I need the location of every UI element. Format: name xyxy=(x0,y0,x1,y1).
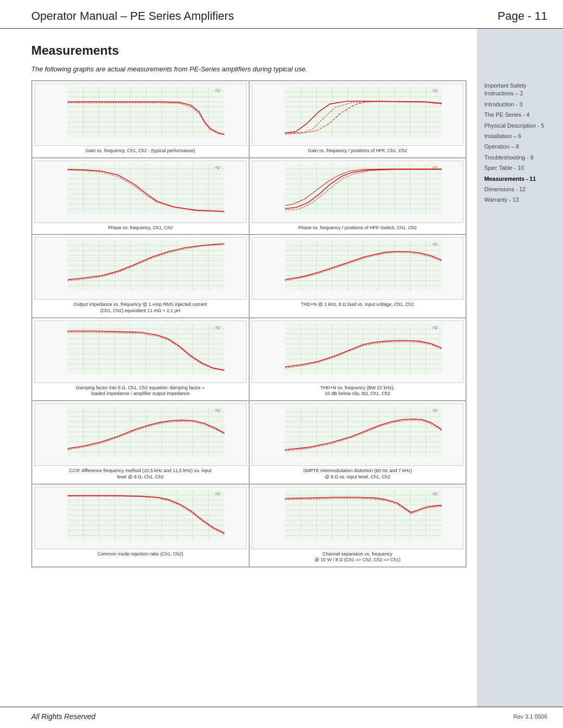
content-area: Measurements The following graphs are ac… xyxy=(0,29,477,707)
intro-text: The following graphs are actual measurem… xyxy=(31,65,467,73)
graph-image-7: Ap xyxy=(34,320,247,383)
header-page: Page - 11 xyxy=(498,9,547,23)
svg-text:Ap: Ap xyxy=(214,491,221,496)
graph-caption-4: Phase vs. frequency / positions of HPF-S… xyxy=(298,225,417,231)
graph-image-4: Ap xyxy=(252,161,464,223)
sidebar-item-measurements[interactable]: Measurements - 11 xyxy=(482,174,558,184)
graph-image-3: Ap xyxy=(34,161,247,223)
graph-caption-12: Channel separation vs. frequency @ 10 W … xyxy=(314,551,400,563)
sidebar-item-spec-table[interactable]: Spec Table - 10 xyxy=(482,163,558,173)
graph-caption-6: THD+N @ 1 kHz, 8 Ω load vs. input voltag… xyxy=(301,302,414,308)
sidebar-item-physical[interactable]: Physical Description - 5 xyxy=(482,121,558,131)
sidebar-item-dimensions[interactable]: Dimensions - 12 xyxy=(482,184,558,194)
graph-image-6: Ap xyxy=(252,237,464,300)
graph-image-5 xyxy=(34,237,247,300)
sidebar-item-introduction[interactable]: Introduction - 3 xyxy=(482,100,558,109)
graph-image-11: Ap xyxy=(34,487,247,549)
graph-image-9: Ap xyxy=(34,403,247,466)
graph-cell-4: Ap Phase vs. frequency / positions of HP… xyxy=(249,158,467,235)
svg-text:Ap: Ap xyxy=(214,325,221,330)
svg-text:Ap: Ap xyxy=(431,165,437,170)
graph-caption-2: Gain vs. frequency / positions of HPF, C… xyxy=(308,148,407,154)
graph-image-12: Ap xyxy=(252,487,464,549)
graphs-grid: Ap Gain vs. frequency, Ch1, Ch2 - (typic… xyxy=(31,80,467,567)
graph-image-8: Ap xyxy=(252,320,464,383)
svg-text:Ap: Ap xyxy=(431,241,437,246)
page-footer: All Rights Reserved Rev 3.1 0506 xyxy=(0,707,563,728)
sidebar-item-troubleshooting[interactable]: Troubleshooting - 9 xyxy=(482,153,558,163)
sidebar-item-pe-series[interactable]: The PE Series - 4 xyxy=(482,110,558,120)
header-title: Operator Manual – PE Series Amplifiers xyxy=(31,9,234,23)
sidebar-item-installation[interactable]: Installation – 6 xyxy=(482,131,558,141)
graph-cell-3: Ap Phase vs. frequency, Ch1, Ch2 xyxy=(32,158,249,235)
graph-image-1: Ap xyxy=(34,83,247,146)
graph-caption-9: CCIF difference frequency method (10,5 k… xyxy=(69,468,212,480)
svg-text:Ap: Ap xyxy=(214,408,221,413)
sidebar-item-warranty[interactable]: Warranty - 13 xyxy=(482,195,558,205)
graph-cell-8: Ap THD+N vs. frequency (BW 22 kHz), 10 d… xyxy=(249,318,467,401)
sidebar-item-safety[interactable]: Important Safety Instructions – 2 xyxy=(482,81,558,99)
graph-caption-8: THD+N vs. frequency (BW 22 kHz), 10 dB b… xyxy=(321,385,395,397)
footer-left: All Rights Reserved xyxy=(31,712,95,721)
svg-text:Ap: Ap xyxy=(431,491,437,496)
graph-cell-12: Ap Channel separation vs. frequency @ 10… xyxy=(249,484,467,567)
svg-text:Ap: Ap xyxy=(431,408,437,413)
graph-image-10: Ap xyxy=(252,403,464,466)
graph-cell-6: Ap THD+N @ 1 kHz, 8 Ω load vs. input vol… xyxy=(249,235,467,317)
graph-caption-5: Output impedance vs. frequency @ 1 Amp R… xyxy=(74,302,207,314)
graph-caption-7: Damping factor into 8 Ω, Ch1, Ch2 equati… xyxy=(76,385,205,397)
svg-text:Ap: Ap xyxy=(431,325,437,330)
graph-cell-9: Ap CCIF difference frequency method (10,… xyxy=(32,401,249,484)
svg-text:Ap: Ap xyxy=(214,88,221,93)
graph-caption-11: Common mode rejection ratio (Ch1, Ch2) xyxy=(97,551,183,558)
svg-text:Ap: Ap xyxy=(431,88,437,93)
section-title: Measurements xyxy=(31,43,467,58)
graph-cell-5: Output impedance vs. frequency @ 1 Amp R… xyxy=(32,235,249,317)
graph-cell-7: Ap Damping factor into 8 Ω, Ch1, Ch2 equ… xyxy=(32,318,249,401)
graph-caption-10: SMPTE intermodulation distortion (60 Hz … xyxy=(303,468,412,480)
graph-image-2: Ap xyxy=(252,83,464,146)
svg-text:Ap: Ap xyxy=(214,165,221,170)
graph-cell-2: Ap Gain vs. frequency / positions of HPF… xyxy=(249,81,467,158)
graph-cell-1: Ap Gain vs. frequency, Ch1, Ch2 - (typic… xyxy=(32,81,249,158)
main-layout: Measurements The following graphs are ac… xyxy=(0,29,563,707)
footer-right: Rev 3.1 0506 xyxy=(513,713,547,720)
sidebar: Important Safety Instructions – 2 Introd… xyxy=(477,29,563,707)
graph-cell-11: Ap Common mode rejection ratio (Ch1, Ch2… xyxy=(32,484,249,567)
sidebar-item-operation[interactable]: Operation – 8 xyxy=(482,142,558,152)
page-container: Operator Manual – PE Series Amplifiers P… xyxy=(0,0,563,728)
graph-caption-1: Gain vs. frequency, Ch1, Ch2 - (typical … xyxy=(85,148,195,154)
graph-cell-10: Ap SMPTE intermodulation distortion (60 … xyxy=(249,401,467,484)
graph-caption-3: Phase vs. frequency, Ch1, Ch2 xyxy=(108,225,173,231)
page-header: Operator Manual – PE Series Amplifiers P… xyxy=(0,0,563,29)
